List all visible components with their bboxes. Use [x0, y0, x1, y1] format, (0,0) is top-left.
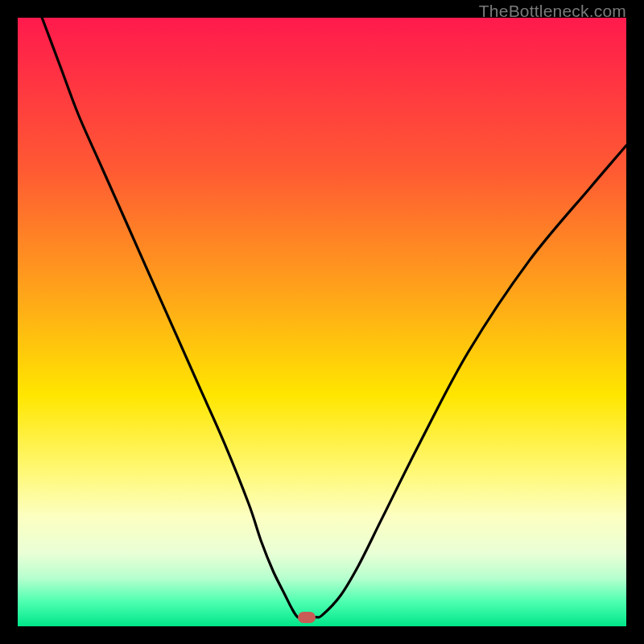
bottleneck-marker	[298, 612, 316, 623]
plot-area	[18, 18, 626, 626]
watermark-text: TheBottleneck.com	[479, 2, 626, 21]
chart-frame: TheBottleneck.com	[0, 0, 644, 644]
bottleneck-curve	[18, 18, 626, 626]
